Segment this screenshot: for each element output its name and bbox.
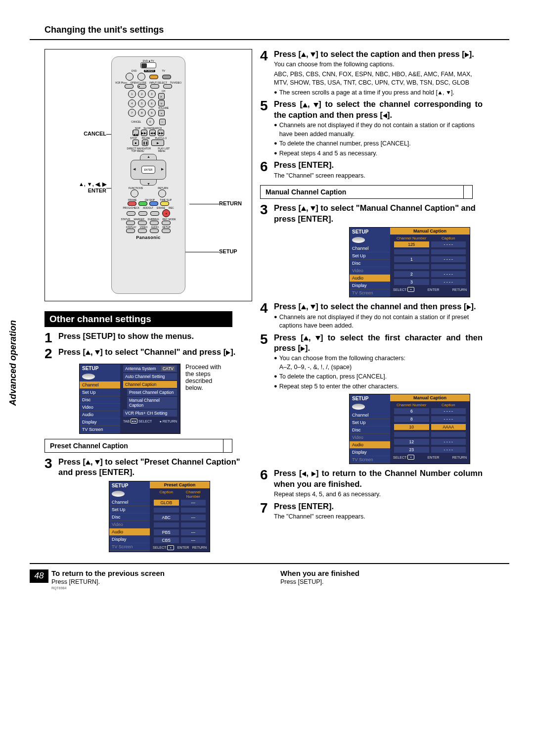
setup-pill-button xyxy=(162,229,171,233)
page-footer: 48 To return to the previous screen Pres… xyxy=(30,569,509,590)
rec-button: ● xyxy=(162,209,170,217)
page-number: 48 xyxy=(30,569,48,583)
remote-illustration: CANCEL ▲, ▼, ◀, ▶ ENTER RETURN SETUP DVD… xyxy=(44,49,252,301)
hdd-button xyxy=(149,75,158,79)
ui-preset-caption: SETUP Channel Set Up Disc Video Audio Di… xyxy=(109,481,210,552)
sub-heading-preset: Preset Channel Caption xyxy=(44,439,232,453)
step-1: 1 Press [SETUP] to show the menus. xyxy=(44,331,247,345)
power-dvd-button xyxy=(126,73,134,81)
footer-left-text: Press [RETURN]. xyxy=(51,578,280,585)
step-5b-right: 5 Press [, ] to select the first charact… xyxy=(260,332,483,391)
step-3-left: 3 Press [, ] to select "Preset Channel C… xyxy=(44,457,247,478)
footer-right-heading: When you are finished xyxy=(280,569,509,577)
callout-nav: ▲, ▼, ◀, ▶ ENTER xyxy=(47,181,106,194)
step-4b-right: 4 Press [, ] to select the channel and t… xyxy=(260,301,483,330)
step-2: 2 Press [, ] to select "Channel" and pre… xyxy=(44,347,247,361)
footer-left-heading: To return to the previous screen xyxy=(51,569,280,577)
section-heading-bar: Other channel settings xyxy=(44,311,232,327)
document-id: RQT6984 xyxy=(51,586,280,590)
footer-right-text: Press [SETUP]. xyxy=(280,578,509,585)
footer-rule xyxy=(30,563,509,564)
power-tv-button xyxy=(137,73,145,81)
remote-brand: Panasonic xyxy=(136,235,161,240)
callout-setup: SETUP xyxy=(219,248,249,255)
number-0-button: 0 xyxy=(146,118,154,126)
chevron-right-icon xyxy=(223,439,232,452)
d-pad: ENTER ▲ ▼ ◀ ▶ xyxy=(126,152,171,187)
step-5-right: 5 Press [, ] to select the channel corre… xyxy=(260,99,483,158)
step-6b-right: 6 Press [, ] to return to the Channel Nu… xyxy=(260,468,483,499)
return-button-icon xyxy=(158,189,166,197)
step-4-right: 4 Press [, ] to select the caption and t… xyxy=(260,49,483,97)
dvd-button xyxy=(162,75,171,79)
dvd-tv-switch xyxy=(140,62,156,68)
section-sidebar-label: Advanced operation xyxy=(8,320,18,406)
ui-manual-caption-2: SETUP Channel Set Up Disc Video Audio Di… xyxy=(349,394,470,464)
callout-cancel: CANCEL xyxy=(47,131,106,137)
page-header: Changing the unit's settings xyxy=(30,25,509,35)
step-7-right: 7 Press [ENTER]. The "Channel" screen re… xyxy=(260,501,483,521)
remote-body: DVD ■ TV DVD POWER TV VCR Plus+ OPEN/CLO… xyxy=(111,56,185,294)
step-6-right: 6 Press [ENTER]. The "Channel" screen re… xyxy=(260,160,483,180)
step-3b-right: 3 Press [, ] to select "Manual Channel C… xyxy=(260,203,483,224)
header-rule xyxy=(30,39,509,40)
page-title: Changing the unit's settings xyxy=(44,25,509,35)
ui-manual-caption-1: SETUP Channel Set Up Disc Video Audio Di… xyxy=(349,227,470,297)
left-column: CANCEL ▲, ▼, ◀, ▶ ENTER RETURN SETUP DVD… xyxy=(30,49,247,556)
right-column: 4 Press [, ] to select the caption and t… xyxy=(260,49,483,556)
dvd-icon xyxy=(82,374,95,379)
ui-setup-channel-menu: SETUP Channel Set Up Disc Video Audio Di… xyxy=(79,364,180,434)
callout-return: RETURN xyxy=(219,200,249,207)
proceed-note: Proceed with the steps described below. xyxy=(185,364,230,391)
sub-heading-manual: Manual Channel Caption xyxy=(260,185,473,199)
